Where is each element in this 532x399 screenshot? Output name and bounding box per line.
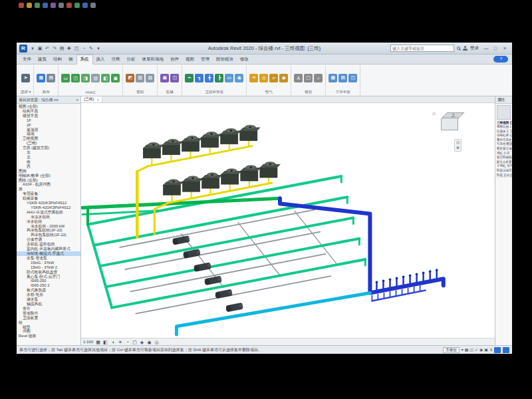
tower-fan-hub[interactable] — [269, 163, 271, 165]
cooling-tower-body[interactable] — [182, 142, 199, 152]
browser-tree-item[interactable]: 2F — [17, 123, 80, 128]
ribbon-tool-icon[interactable]: ┓ — [195, 74, 203, 82]
quick-access-icon[interactable]: ◫ — [73, 46, 80, 51]
host-menu-icon-4[interactable] — [43, 3, 48, 8]
ribbon-tool-icon[interactable]: ╋ — [205, 74, 213, 82]
browser-tree-item[interactable]: 东 — [17, 150, 80, 155]
ribbon-tab-修改[interactable]: 修改 — [237, 55, 252, 64]
browser-tree-item[interactable]: 北 — [17, 155, 80, 160]
quick-access-icon[interactable]: ✎ — [88, 46, 94, 51]
manifold-valve[interactable] — [402, 275, 405, 278]
tower-fan-hub[interactable] — [230, 130, 232, 132]
host-menu-icon-9[interactable] — [82, 3, 88, 8]
status-toggle-icon[interactable]: ✓ — [475, 347, 478, 353]
browser-tree-item[interactable]: 15HG - 37kW 2 — [17, 265, 80, 270]
ribbon-tool-icon[interactable]: ◫ — [170, 74, 179, 82]
navigation-icon[interactable]: ◎ — [456, 140, 460, 145]
cooling-tower-body[interactable] — [202, 178, 219, 188]
ribbon-tool-icon[interactable]: ◉ — [279, 74, 288, 82]
ribbon-tab-插入[interactable]: 插入 — [93, 55, 108, 64]
browser-tree-item[interactable]: 水箱-矩形 — [17, 293, 80, 297]
quick-access-icon[interactable]: ◔ — [80, 46, 87, 51]
host-menu-icon-3[interactable] — [35, 3, 40, 8]
cooling-tower-body[interactable] — [162, 145, 180, 155]
host-menu-icon-7[interactable] — [66, 3, 72, 8]
status-toggle-icon[interactable]: ▦ — [465, 347, 469, 353]
tower-fan-hub[interactable] — [231, 170, 233, 172]
ribbon-tool-icon[interactable]: ▦ — [37, 74, 45, 82]
manifold-valve[interactable] — [436, 269, 438, 271]
minimize-icon[interactable]: — — [481, 46, 491, 51]
viewcube-top-label[interactable]: 上 — [451, 112, 456, 118]
browser-tree-item[interactable]: 15HG - 37kW — [17, 261, 80, 265]
ribbon-tool-icon[interactable]: ▣ — [160, 74, 169, 82]
search-icon[interactable] — [457, 47, 460, 50]
property-row[interactable]: 视图比例 1:100 — [495, 125, 512, 130]
ribbon-tab-体量和场地[interactable]: 体量和场地 — [139, 55, 168, 64]
browser-tree-item[interactable]: 多联机-室外机组 — [17, 242, 80, 247]
manifold-valve[interactable] — [409, 274, 412, 277]
browser-tree-item[interactable]: IS65-250 2 — [17, 283, 80, 288]
ribbon-tool-icon[interactable]: ▭ — [225, 74, 233, 82]
property-row[interactable]: 规程 协调 — [495, 152, 512, 156]
view-control-icon[interactable]: ☀ — [117, 339, 123, 345]
browser-tree-item[interactable]: 卧式暗装风机盘管 — [17, 270, 80, 275]
cooling-tower-body[interactable] — [260, 168, 277, 178]
browser-tree-item[interactable]: 详图 — [17, 329, 80, 334]
browser-tree-item[interactable]: 风冷热泵机组(1F-22) — [17, 233, 80, 237]
manifold-valve[interactable] — [416, 273, 418, 275]
ribbon-tool-icon[interactable]: ▤ — [338, 74, 347, 82]
scale-button[interactable]: 1:100 — [83, 340, 93, 344]
host-menu-icon-6[interactable] — [59, 3, 64, 8]
ribbon-tool-icon[interactable]: ◧ — [101, 74, 110, 82]
cooling-tower-body[interactable] — [143, 148, 160, 158]
view-control-icon[interactable]: ◎ — [154, 339, 160, 345]
view-control-icon[interactable]: ◑ — [110, 339, 116, 345]
browser-tree-item[interactable]: 机械设备 — [17, 196, 80, 201]
cooling-tower-body[interactable] — [240, 130, 257, 140]
property-row[interactable]: 图形显示选项 编辑... — [495, 147, 512, 152]
user-icon[interactable] — [463, 46, 467, 51]
ribbon-tool-icon[interactable]: ━ — [185, 74, 194, 82]
host-menu-icon-1[interactable] — [19, 3, 24, 8]
ribbon-tool-icon[interactable]: ◨ — [81, 74, 90, 82]
3d-model-canvas[interactable] — [81, 96, 495, 338]
browser-tree-item[interactable]: 轴流风机 — [17, 302, 80, 307]
workset-selector[interactable]: 主模型 — [443, 347, 460, 353]
host-menu-icon-8[interactable] — [74, 3, 80, 8]
browser-tree-item[interactable]: 三维视图 — [17, 136, 80, 141]
filter-button[interactable] — [494, 347, 501, 353]
browser-tree-item[interactable]: 分体空调 — [17, 237, 80, 242]
ribbon-tab-附加模块[interactable]: 附加模块 — [213, 55, 237, 64]
browser-tree-item[interactable]: 风冷热泵机组(1F-22) — [17, 228, 80, 233]
host-menu-icon-5[interactable] — [51, 3, 56, 8]
browser-tree-item[interactable]: 图例 — [17, 169, 80, 174]
tower-fan-hub[interactable] — [172, 180, 174, 182]
tower-fan-hub[interactable] — [152, 144, 154, 146]
revit-app-icon[interactable]: R — [19, 45, 27, 53]
browser-tree-item[interactable]: 离心泵-卧式-后开门 — [17, 275, 80, 279]
ribbon-tool-icon[interactable]: ▢ — [304, 74, 313, 82]
ribbon-tool-icon[interactable]: ▥ — [91, 74, 100, 82]
view-control-icon[interactable]: ▢ — [132, 339, 138, 345]
cooling-tower-body[interactable] — [221, 134, 238, 144]
manifold-valve[interactable] — [396, 277, 398, 279]
ribbon-tool-icon[interactable]: ▦ — [329, 74, 337, 82]
gray-pipe[interactable] — [120, 209, 315, 247]
browser-tree-item[interactable]: 结构平面 — [17, 109, 80, 114]
help-button[interactable]: ? — [493, 56, 508, 63]
ribbon-tool-icon[interactable]: A — [294, 74, 303, 82]
manifold-valve[interactable] — [422, 271, 425, 274]
view-control-icon[interactable]: ◔ — [124, 339, 130, 345]
browser-tree-item[interactable]: 图纸 (全部) — [17, 178, 80, 183]
blue-main[interactable] — [280, 198, 444, 293]
status-toggle-icon[interactable]: ◫ — [469, 347, 473, 353]
browser-tree-item[interactable]: 板式换热器 — [17, 288, 80, 293]
browser-tree-item[interactable]: 冷水机组 - 2000 kW — [17, 224, 80, 229]
cooling-tower-body[interactable] — [201, 138, 219, 148]
ribbon-tab-钢[interactable]: 钢 — [65, 55, 76, 64]
browser-tree-item[interactable]: 管件 — [17, 307, 80, 311]
quick-access-icon[interactable]: ↶ — [44, 46, 51, 51]
browser-tree-item[interactable]: AHU-吊顶式空调机组 — [17, 210, 80, 215]
browser-tree-item[interactable]: 专用设备 — [17, 192, 80, 196]
